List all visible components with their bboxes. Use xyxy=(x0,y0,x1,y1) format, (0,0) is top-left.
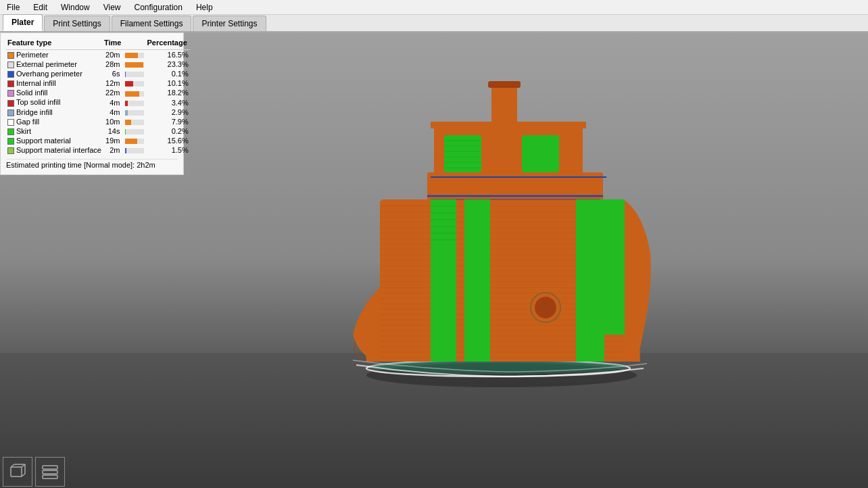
feature-bar-cell xyxy=(124,136,145,145)
feature-bar-cell xyxy=(124,126,145,136)
estimated-time: Estimated printing time [Normal mode]: 2… xyxy=(6,159,178,170)
feature-time-cell: 10m xyxy=(103,117,124,126)
menu-edit[interactable]: Edit xyxy=(29,1,51,14)
table-row: Top solid infill4m3.4% xyxy=(6,97,190,107)
col-time: Time xyxy=(103,37,124,50)
svg-rect-57 xyxy=(522,135,559,172)
svg-rect-69 xyxy=(43,470,57,474)
menu-file[interactable]: File xyxy=(3,1,24,14)
menu-help[interactable]: Help xyxy=(192,1,217,14)
feature-time-cell: 28m xyxy=(103,59,124,69)
main-area: Feature type Time Percentage Perimeter20… xyxy=(0,32,868,488)
menu-configuration[interactable]: Configuration xyxy=(130,1,187,14)
tab-filament-settings[interactable]: Filament Settings xyxy=(112,16,192,31)
feature-pct-cell: 0.2% xyxy=(145,126,189,136)
feature-pct-cell: 1.5% xyxy=(145,145,189,155)
feature-time-cell: 22m xyxy=(103,88,124,97)
table-row: Solid infill22m18.2% xyxy=(6,88,190,97)
svg-rect-49 xyxy=(576,199,604,362)
tab-plater[interactable]: Plater xyxy=(3,14,43,31)
feature-color-swatch xyxy=(7,138,14,145)
feature-pct-cell: 18.2% xyxy=(145,88,189,97)
feature-bar-cell xyxy=(124,78,145,88)
table-row: Internal infill12m10.1% xyxy=(6,78,190,88)
svg-rect-70 xyxy=(43,475,57,479)
feature-time-cell: 14s xyxy=(103,126,124,136)
table-row: Overhang perimeter6s0.1% xyxy=(6,69,190,78)
feature-bar-cell xyxy=(124,50,145,60)
feature-time-cell: 4m xyxy=(103,107,124,117)
feature-name-cell: Gap fill xyxy=(6,117,103,126)
feature-bar-cell xyxy=(124,107,145,117)
view-3d-button[interactable] xyxy=(3,457,32,487)
tab-printer-settings[interactable]: Printer Settings xyxy=(193,16,266,31)
feature-time-cell: 19m xyxy=(103,136,124,145)
feature-pct-cell: 7.9% xyxy=(145,117,189,126)
feature-name-cell: Top solid infill xyxy=(6,97,103,107)
col-feature-type: Feature type xyxy=(6,37,103,50)
tabbar: Plater Print Settings Filament Settings … xyxy=(0,15,868,32)
boat-svg xyxy=(292,64,711,416)
col-bar xyxy=(124,37,145,50)
table-row: Bridge infill4m2.9% xyxy=(6,107,190,117)
menu-window[interactable]: Window xyxy=(57,1,94,14)
feature-name-cell: Bridge infill xyxy=(6,107,103,117)
feature-color-swatch xyxy=(7,128,14,135)
feature-bar-cell xyxy=(124,145,145,155)
feature-name-cell: Solid infill xyxy=(6,88,103,97)
svg-rect-40 xyxy=(488,81,521,88)
table-row: External perimeter28m23.3% xyxy=(6,59,190,69)
feature-pct-cell: 2.9% xyxy=(145,107,189,117)
svg-rect-60 xyxy=(604,199,625,335)
feature-pct-cell: 0.1% xyxy=(145,69,189,78)
svg-rect-39 xyxy=(491,84,517,125)
feature-name-cell: Overhang perimeter xyxy=(6,69,103,78)
est-time-label: Estimated printing time [Normal mode]: xyxy=(6,161,135,169)
viewport[interactable]: Feature type Time Percentage Perimeter20… xyxy=(0,32,868,488)
feature-bar-cell xyxy=(124,97,145,107)
feature-color-swatch xyxy=(7,109,14,116)
feature-color-swatch xyxy=(7,71,14,78)
feature-color-swatch xyxy=(7,119,14,126)
feature-color-swatch xyxy=(7,90,14,97)
feature-color-swatch xyxy=(7,62,14,68)
feature-color-swatch xyxy=(7,100,14,107)
col-percentage: Percentage xyxy=(145,37,189,50)
svg-rect-48 xyxy=(464,199,490,362)
feature-pct-cell: 15.6% xyxy=(145,136,189,145)
stats-table: Feature type Time Percentage Perimeter20… xyxy=(6,37,190,155)
feature-time-cell: 12m xyxy=(103,78,124,88)
feature-color-swatch xyxy=(7,80,14,87)
table-row: Skirt14s0.2% xyxy=(6,126,190,136)
feature-time-cell: 2m xyxy=(103,145,124,155)
svg-rect-62 xyxy=(11,467,22,477)
feature-pct-cell: 3.4% xyxy=(145,97,189,107)
menu-view[interactable]: View xyxy=(99,1,125,14)
boat-container xyxy=(135,59,868,420)
menubar: File Edit Window View Configuration Help xyxy=(0,0,868,15)
svg-point-59 xyxy=(535,297,556,318)
feature-pct-cell: 23.3% xyxy=(145,59,189,69)
svg-rect-41 xyxy=(431,199,456,362)
view-layers-button[interactable] xyxy=(35,457,65,487)
feature-name-cell: Support material interface xyxy=(6,145,103,155)
feature-color-swatch xyxy=(7,147,14,154)
feature-name-cell: Perimeter xyxy=(6,50,103,60)
feature-pct-cell: 10.1% xyxy=(145,78,189,88)
feature-time-cell: 4m xyxy=(103,97,124,107)
feature-name-cell: Internal infill xyxy=(6,78,103,88)
table-row: Gap fill10m7.9% xyxy=(6,117,190,126)
svg-rect-68 xyxy=(43,466,57,469)
feature-color-swatch xyxy=(7,52,14,59)
feature-name-cell: External perimeter xyxy=(6,59,103,69)
tab-print-settings[interactable]: Print Settings xyxy=(44,16,110,31)
feature-pct-cell: 16.5% xyxy=(145,50,189,60)
bottom-toolbar xyxy=(3,457,65,487)
feature-name-cell: Support material xyxy=(6,136,103,145)
est-time-value: 2h2m xyxy=(137,161,155,169)
feature-bar-cell xyxy=(124,88,145,97)
feature-time-cell: 6s xyxy=(103,69,124,78)
feature-time-cell: 20m xyxy=(103,50,124,60)
stats-panel: Feature type Time Percentage Perimeter20… xyxy=(0,32,184,175)
feature-bar-cell xyxy=(124,117,145,126)
